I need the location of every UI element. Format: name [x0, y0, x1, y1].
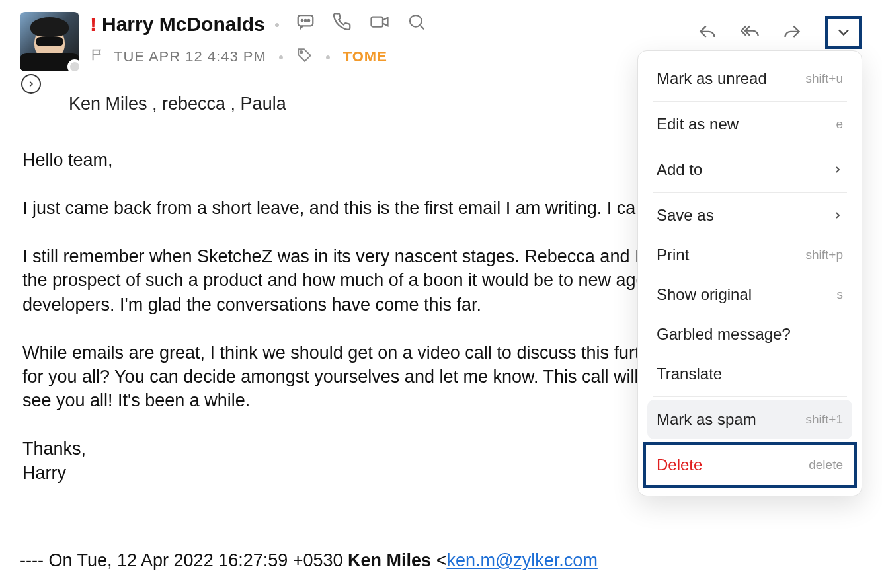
menu-item-translate[interactable]: Translate: [647, 354, 852, 394]
separator-dot: ●: [272, 19, 282, 30]
quoted-sender-email[interactable]: ken.m@zylker.com: [446, 550, 597, 570]
separator-dot: ●: [323, 52, 334, 62]
menu-item-print[interactable]: Printshift+p: [647, 235, 852, 275]
reply-all-button[interactable]: [737, 19, 763, 46]
menu-divider: [653, 147, 847, 147]
menu-item-shortcut: shift+p: [805, 248, 843, 262]
menu-item-show-original[interactable]: Show originals: [647, 275, 852, 314]
menu-item-label: Show original: [657, 285, 752, 304]
menu-divider: [653, 192, 847, 193]
more-actions-menu: Mark as unreadshift+uEdit as neweAdd toS…: [637, 50, 862, 496]
menu-divider: [653, 442, 847, 443]
svg-point-1: [301, 20, 303, 22]
menu-item-shortcut: delete: [809, 458, 843, 472]
menu-item-label: Translate: [657, 365, 722, 383]
tag-icon[interactable]: [296, 46, 313, 67]
menu-item-mark-as-spam[interactable]: Mark as spamshift+1: [647, 400, 852, 439]
call-icon[interactable]: [333, 12, 352, 37]
quoted-header: ---- On Tue, 12 Apr 2022 16:27:59 +0530 …: [20, 550, 862, 571]
tag-label[interactable]: TOME: [343, 48, 387, 65]
menu-item-shortcut: shift+u: [805, 71, 843, 86]
message-timestamp: TUE APR 12 4:43 PM: [114, 48, 266, 65]
menu-item-label: Print: [657, 246, 689, 264]
quoted-sender-name: Ken Miles: [348, 550, 431, 570]
quoted-prefix: ---- On Tue, 12 Apr 2022 16:27:59 +0530: [20, 550, 348, 570]
svg-point-3: [308, 20, 310, 22]
menu-divider: [653, 396, 847, 397]
sender-avatar[interactable]: [20, 12, 79, 71]
search-icon[interactable]: [407, 12, 426, 37]
sender-name[interactable]: Harry McDonalds: [102, 13, 265, 36]
body-separator: [20, 521, 862, 521]
menu-item-label: Save as: [657, 206, 714, 225]
svg-point-6: [300, 51, 302, 53]
menu-item-edit-as-new[interactable]: Edit as newe: [647, 104, 852, 144]
menu-item-shortcut: e: [836, 117, 843, 131]
flag-icon[interactable]: [90, 48, 104, 66]
chevron-right-icon: [832, 161, 843, 179]
menu-item-mark-as-unread[interactable]: Mark as unreadshift+u: [647, 59, 852, 98]
menu-item-shortcut: shift+1: [805, 412, 843, 427]
video-icon[interactable]: [370, 12, 389, 37]
presence-indicator: [67, 59, 82, 74]
menu-item-label: Mark as spam: [657, 410, 756, 429]
svg-rect-4: [372, 17, 383, 27]
expand-details-button[interactable]: [21, 74, 41, 94]
menu-item-delete[interactable]: Deletedelete: [647, 445, 852, 485]
menu-item-garbled-message[interactable]: Garbled message?: [647, 314, 852, 354]
forward-button[interactable]: [779, 19, 805, 46]
menu-item-label: Delete: [657, 456, 702, 474]
separator-dot: ●: [276, 52, 287, 62]
menu-item-add-to[interactable]: Add to: [647, 150, 852, 190]
menu-item-shortcut: s: [837, 287, 844, 302]
svg-point-5: [410, 15, 422, 27]
menu-divider: [653, 101, 847, 102]
menu-item-save-as[interactable]: Save as: [647, 196, 852, 235]
menu-item-label: Garbled message?: [657, 325, 791, 344]
menu-item-label: Mark as unread: [657, 69, 767, 88]
priority-high-icon: !: [90, 13, 97, 36]
reply-button[interactable]: [694, 19, 721, 46]
menu-item-label: Add to: [657, 161, 702, 179]
svg-point-2: [305, 20, 307, 22]
chevron-right-icon: [832, 206, 843, 225]
chat-icon[interactable]: [296, 12, 315, 37]
more-actions-button[interactable]: [825, 16, 862, 49]
menu-item-label: Edit as new: [657, 115, 739, 133]
